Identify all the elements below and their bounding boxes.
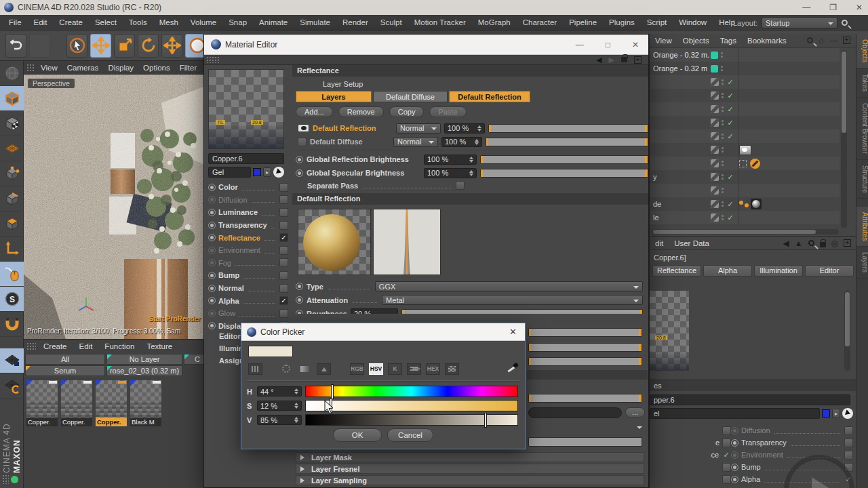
camera-label[interactable]: Perspective: [28, 79, 75, 88]
channel-radio[interactable]: [208, 247, 216, 254]
channel-checkbox[interactable]: [844, 451, 853, 460]
object-row[interactable]: ✓: [650, 129, 840, 143]
channel-checkbox[interactable]: [279, 271, 288, 280]
layer-icon[interactable]: [711, 105, 719, 113]
material-name-field[interactable]: Copper.6: [208, 153, 284, 164]
menu-item-volume[interactable]: Volume: [184, 15, 222, 30]
viewport-panel[interactable]: ViewCamerasDisplayOptionsFilter: [24, 61, 203, 339]
remove-button[interactable]: Remove: [338, 106, 384, 117]
param-radio[interactable]: [296, 169, 303, 177]
undo-button[interactable]: [5, 34, 26, 58]
basic-channel-row[interactable]: [650, 473, 731, 485]
channel-checkbox[interactable]: [844, 439, 853, 447]
pick-cursor-icon[interactable]: [273, 167, 284, 178]
material-preview-thumb[interactable]: 20.8: [650, 291, 689, 371]
menu-item-pipeline[interactable]: Pipeline: [563, 15, 603, 30]
object-row[interactable]: Orange - 0.32 m.1: [650, 48, 840, 62]
color-wheel-icon[interactable]: [279, 363, 293, 375]
menu-item-select[interactable]: Select: [89, 15, 123, 30]
side-tab-layers[interactable]: Layers: [856, 247, 868, 279]
menu-item-options[interactable]: Options: [138, 61, 175, 75]
spinner-arrows[interactable]: [294, 386, 298, 396]
minimize-button[interactable]: —: [576, 40, 584, 49]
menu-item-script[interactable]: Script: [641, 15, 673, 30]
blend-mode-dropdown[interactable]: Normal: [393, 137, 438, 147]
layer-color-swatch[interactable]: [711, 65, 718, 73]
side-tab-content-browser[interactable]: Content Browser: [856, 98, 868, 159]
param-spinner[interactable]: 100 %: [424, 155, 477, 165]
axis-mode-tool[interactable]: [0, 237, 24, 262]
redo-button[interactable]: [29, 34, 50, 58]
channel-radio[interactable]: [208, 297, 216, 304]
selection-tag-icon[interactable]: [739, 201, 749, 207]
amount-spinner[interactable]: 100 %: [441, 137, 482, 147]
channel-transparency[interactable]: Transparency: [208, 219, 288, 232]
layer-icon[interactable]: [711, 200, 719, 208]
channel-environment[interactable]: Environment: [208, 244, 288, 257]
roughness-radio[interactable]: [296, 310, 303, 314]
channel-radio[interactable]: [731, 464, 738, 471]
channel-radio[interactable]: [208, 322, 216, 329]
v-gradient-bar[interactable]: [305, 414, 518, 426]
type-radio[interactable]: [296, 283, 303, 290]
menu-item-window[interactable]: Window: [673, 15, 713, 30]
channel-radio[interactable]: [731, 476, 738, 483]
menu-item-motion-tracker[interactable]: Motion Tracker: [408, 15, 472, 30]
channel-checkbox[interactable]: [279, 246, 288, 255]
menu-item-dit[interactable]: dit: [650, 237, 669, 250]
object-row[interactable]: Orange - 0.32 m: [650, 62, 840, 75]
menu-item-sculpt[interactable]: Sculpt: [374, 15, 408, 30]
start-prorender-button[interactable]: Start ProRender: [149, 315, 201, 323]
channel-radio[interactable]: [208, 184, 216, 191]
visibility-dots-icon[interactable]: [719, 215, 726, 220]
side-tab-takes[interactable]: Takes: [856, 68, 868, 98]
copy-button[interactable]: Copy: [389, 106, 425, 117]
tab-layers[interactable]: Layers: [296, 91, 372, 102]
channel-checkbox[interactable]: [722, 426, 731, 435]
add-icon[interactable]: +: [844, 239, 851, 247]
section-layer-fresnel[interactable]: Layer Fresnel: [296, 464, 644, 474]
expand-arrow-icon[interactable]: ▸: [263, 167, 271, 177]
texture-path-field[interactable]: [528, 407, 622, 418]
channel-radio[interactable]: [208, 259, 216, 266]
panel-grip[interactable]: [26, 342, 36, 350]
channel-radio[interactable]: [208, 222, 216, 229]
slider-value-spinner[interactable]: 44 °: [257, 386, 302, 396]
layer-icon[interactable]: [711, 78, 719, 86]
menu-item-view[interactable]: View: [650, 34, 677, 47]
browse-button[interactable]: ...: [625, 407, 645, 418]
channel-radio[interactable]: [731, 451, 738, 459]
menu-item-character[interactable]: Character: [517, 15, 564, 30]
type-dropdown[interactable]: GGX: [375, 281, 643, 291]
channel-checkbox[interactable]: [279, 221, 288, 230]
reflection-sphere-preview[interactable]: [298, 209, 371, 275]
side-tab-structure[interactable]: Structure: [856, 160, 868, 199]
tab-default-diffuse[interactable]: Default Diffuse: [373, 91, 448, 102]
mixer-icon[interactable]: [407, 363, 421, 375]
section-layer-sampling[interactable]: Layer Sampling: [296, 475, 644, 485]
texture-tag-icon[interactable]: [739, 145, 751, 155]
global-reflection-brightness-row[interactable]: Global Reflection Brightness100 %: [296, 154, 648, 165]
expand-arrow-icon[interactable]: ▸: [832, 409, 840, 418]
layer-tab-rose-02-03-0-32-m[interactable]: rose_02_03 (0.32 m): [106, 365, 182, 376]
channel-checkbox[interactable]: [279, 195, 288, 204]
menu-item-mesh[interactable]: Mesh: [153, 15, 184, 30]
channel-bump[interactable]: Bump: [208, 269, 288, 282]
vertical-scrollbar[interactable]: [844, 291, 850, 371]
enabled-check-icon[interactable]: ✓: [726, 78, 735, 87]
menu-item-edit[interactable]: Edit: [28, 15, 54, 30]
param-slider[interactable]: [480, 169, 648, 178]
spinner-arrows[interactable]: [469, 155, 473, 165]
slider-value-spinner[interactable]: 85 %: [257, 415, 302, 425]
pick-cursor-icon[interactable]: [842, 408, 853, 419]
menu-item-tags[interactable]: Tags: [715, 34, 742, 47]
shader-field[interactable]: Gel: [208, 167, 251, 178]
channel-radio[interactable]: [208, 285, 216, 292]
menu-item-filter[interactable]: Filter: [175, 61, 202, 75]
menu-item-view[interactable]: View: [36, 61, 62, 75]
menu-item-snap[interactable]: Snap: [222, 15, 253, 30]
search-icon[interactable]: [842, 20, 848, 26]
menu-item-edit[interactable]: Edit: [73, 339, 99, 354]
texture-mode-tool[interactable]: [0, 136, 24, 161]
tab-default-reflection[interactable]: Default Reflection: [449, 91, 530, 102]
